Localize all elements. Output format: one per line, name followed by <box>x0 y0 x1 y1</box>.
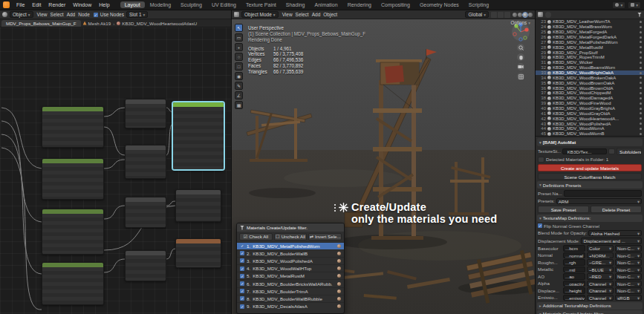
visibility-icon[interactable] <box>640 67 642 69</box>
visibility-icon[interactable] <box>640 76 642 79</box>
material-checkbox[interactable]: ✓ <box>240 289 244 293</box>
mode-dropdown[interactable]: Object Mode▾ <box>241 11 279 18</box>
workspace-tab[interactable]: Compositing <box>377 1 414 8</box>
shader-editor-menu[interactable]: View <box>36 12 49 17</box>
visibility-icon[interactable] <box>640 26 642 28</box>
workspace-tab[interactable]: Sculpting <box>176 1 206 8</box>
viewport-menu[interactable]: Select <box>294 12 310 17</box>
menubar-menu[interactable]: File <box>13 1 28 8</box>
visibility-icon[interactable] <box>640 108 642 110</box>
outliner-row[interactable]: 27 KB3D_MDV_MetalPolishedWorn <box>536 39 644 45</box>
texmap-channel-dropdown[interactable]: Channel <box>587 281 614 287</box>
visibility-icon[interactable] <box>640 97 642 99</box>
delete-preset-button[interactable]: Delete Preset <box>591 206 642 213</box>
shading-wireframe-icon[interactable] <box>513 13 517 17</box>
shader-node[interactable] <box>125 250 166 281</box>
outliner-row[interactable]: 29 KB3D_MDV_PropStuff <box>536 50 644 55</box>
material-checkbox[interactable]: ✓ <box>240 251 244 255</box>
visibility-icon[interactable] <box>640 112 642 114</box>
workspace-tab[interactable]: Modeling <box>146 1 175 8</box>
texmap-suffix-field[interactable]: ...emissive <box>563 295 585 301</box>
tool-scale[interactable]: □ <box>235 62 243 71</box>
scene-colorramp-match-button[interactable]: Scene ColorRamp Match <box>538 173 642 180</box>
texmap-channel-dropdown[interactable]: ~RED <box>587 273 614 280</box>
tool-add-cube[interactable]: ▦ <box>235 101 243 109</box>
visibility-icon[interactable] <box>640 128 642 130</box>
viewlayer-selector[interactable]: ▾ <box>628 1 641 9</box>
outliner-row[interactable]: 33 KB3D_MDV_WoodBrightOakA <box>536 71 644 76</box>
tool-measure[interactable]: ∠ <box>235 91 243 99</box>
shader-editor-menu[interactable]: Node <box>77 12 91 17</box>
texmap-channel-dropdown[interactable]: +NORM... <box>587 252 614 259</box>
outliner-row[interactable]: 28 KB3D_MDV_MetalRustM <box>536 45 644 50</box>
outliner-icon[interactable] <box>538 12 543 17</box>
filter-material-row[interactable]: ✓ 7. KB3D_MDV_BoulderTrimA <box>237 287 344 295</box>
filter-popup-button[interactable]: ☐ Uncheck All <box>274 233 308 241</box>
outliner-row[interactable]: 41 KB3D_MDV_WoodGrayOldA <box>536 111 644 116</box>
texmap-colorspace-dropdown[interactable]: Non-C... <box>615 287 642 294</box>
material-checkbox[interactable]: ✓ <box>240 274 244 278</box>
texmap-colorspace-dropdown[interactable]: Non-C... <box>615 266 642 273</box>
material-checkbox[interactable]: ✓ <box>240 296 244 301</box>
additional-texmap-button[interactable]: ▸ Additional TexturaMap Definitions <box>537 302 643 310</box>
texmap-suffix-field[interactable]: ...height <box>563 287 585 294</box>
material-checkbox[interactable]: ✓ <box>240 243 244 248</box>
texmap-definitions-section[interactable]: ▾ TexturaMap Definitions: <box>537 215 643 222</box>
zoom-icon[interactable] <box>517 44 524 51</box>
outliner-row[interactable]: 26 KB3D_MDV_MetalForgedDarkA <box>536 35 644 40</box>
outliner-row[interactable]: 38 KB3D_MDV_WoodDamagedA <box>536 96 644 101</box>
texmap-colorspace-dropdown[interactable]: Non-C... <box>615 245 642 252</box>
visibility-icon[interactable] <box>640 21 642 23</box>
editor-type-icon[interactable] <box>234 12 239 17</box>
outliner-row[interactable]: 43 KB3D_MDV_WoodPolishedA <box>536 121 644 126</box>
shader-node[interactable] <box>175 189 221 222</box>
workspace-tab[interactable]: Layout <box>120 1 145 8</box>
blender-logo-icon[interactable] <box>3 1 10 8</box>
filter-material-row[interactable]: ✓ 8. KB3D_MDV_BoulderWallBRubble <box>237 295 344 302</box>
shading-material-icon[interactable] <box>523 13 527 17</box>
visibility-icon[interactable] <box>640 31 642 33</box>
shader-node[interactable] <box>125 99 166 128</box>
filter-material-row[interactable]: ✓ 5. KB3D_MDV_MetalRustM <box>237 272 344 279</box>
shader-node[interactable] <box>175 238 221 268</box>
shader-node[interactable] <box>125 197 166 228</box>
collection-tab[interactable]: MDV_Props_Bebows_MainGup_F <box>1 20 81 27</box>
visibility-icon[interactable] <box>640 72 642 74</box>
workspace-tab[interactable]: Rendering <box>343 1 376 8</box>
visibility-icon[interactable] <box>640 122 642 125</box>
shader-node[interactable] <box>42 158 104 200</box>
shader-editor-menu[interactable]: Select <box>49 12 65 17</box>
workspace-tab[interactable]: Animation <box>310 1 342 8</box>
shader-node[interactable] <box>42 262 104 305</box>
subfolders-toggle[interactable]: Subfolders <box>617 148 642 155</box>
shader-editor-menu[interactable]: Add <box>65 12 77 17</box>
texture-path-field[interactable]: _KB3D/Tex... <box>562 148 607 155</box>
texmap-colorspace-dropdown[interactable]: Non-C... <box>615 252 642 259</box>
viewport-menu[interactable]: View <box>281 12 294 17</box>
scene-selector[interactable]: ▾ <box>612 1 625 9</box>
visibility-icon[interactable] <box>640 46 642 48</box>
create-update-materials-button[interactable]: Create and update Materials <box>538 164 642 171</box>
breadcrumb-material[interactable]: KB3D_MDV_WoodHeartwoodAtlasU <box>117 21 197 26</box>
overlays-icon[interactable] <box>504 12 510 18</box>
visibility-icon[interactable] <box>640 102 642 105</box>
texmap-suffix-field[interactable]: ...ao <box>563 273 585 280</box>
definitions-presets-section[interactable]: ▾ Definitions Presets <box>537 181 643 189</box>
outliner-row[interactable]: 37 KB3D_MDV_WoodChippedM <box>536 91 644 96</box>
filter-material-row[interactable]: ✓ 6. KB3D_MDV_BoulderBricksWallARubb. <box>237 279 344 287</box>
workspace-tab[interactable]: Geometry Nodes <box>415 1 464 8</box>
tool-cursor[interactable]: ▭ <box>235 33 243 42</box>
displacement-mode-dropdown[interactable]: Displacement and ... <box>581 238 642 244</box>
search-icon[interactable] <box>545 12 551 18</box>
outliner-row[interactable]: 23 KB3D_MDV_LeatherWornTA <box>536 19 644 24</box>
menubar-menu[interactable]: Help <box>95 1 113 8</box>
outliner-row[interactable]: 39 KB3D_MDV_WoodFineWood <box>536 101 644 106</box>
visibility-icon[interactable] <box>640 51 642 53</box>
texmap-channel-dropdown[interactable]: ~BLUE <box>587 266 614 273</box>
shader-editor-icon[interactable] <box>2 12 7 17</box>
visibility-icon[interactable] <box>640 87 642 89</box>
visibility-icon[interactable] <box>640 36 642 39</box>
outliner-row[interactable]: 34 KB3D_MDV_WoodBrokenOakA <box>536 75 644 80</box>
options-dropdown[interactable]: Options▾ <box>511 20 530 25</box>
shading-rendered-icon[interactable] <box>528 13 533 17</box>
